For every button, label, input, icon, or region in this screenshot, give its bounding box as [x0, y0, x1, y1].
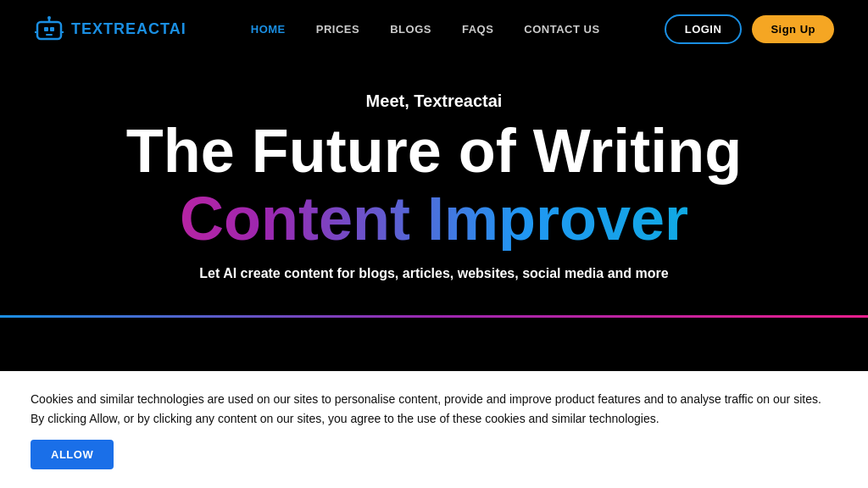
hero-divider [0, 315, 868, 318]
nav-faqs[interactable]: FAQS [462, 23, 493, 36]
svg-point-5 [47, 16, 51, 19]
nav-contact[interactable]: CONTACT US [524, 23, 599, 36]
cookie-banner: Cookies and similar technologies are use… [0, 371, 868, 488]
hero-gradient-title: Content Improver [17, 187, 851, 252]
login-button[interactable]: LOGIN [665, 14, 743, 44]
hero-subtitle: Let AI create content for blogs, article… [17, 266, 851, 281]
nav-actions: LOGIN Sign Up [665, 14, 834, 44]
svg-rect-0 [37, 22, 61, 39]
logo[interactable]: TEXTREACTAI [34, 14, 186, 44]
svg-rect-2 [50, 27, 54, 31]
nav-blogs[interactable]: BLOGS [390, 23, 431, 36]
hero-meet-text: Meet, Textreactai [17, 92, 851, 111]
logo-text: TEXTREACTAI [71, 20, 186, 38]
signup-button[interactable]: Sign Up [752, 15, 834, 43]
nav-home[interactable]: HOME [251, 23, 286, 36]
hero-title: The Future of Writing [17, 119, 851, 184]
navbar: TEXTREACTAI HOME PRICES BLOGS FAQS CONTA… [0, 0, 868, 58]
hero-section: Meet, Textreactai The Future of Writing … [0, 58, 868, 315]
svg-rect-1 [44, 27, 48, 31]
nav-links: HOME PRICES BLOGS FAQS CONTACT US [251, 23, 600, 36]
svg-rect-3 [46, 34, 53, 36]
cookie-message: Cookies and similar technologies are use… [31, 390, 837, 428]
nav-prices[interactable]: PRICES [316, 23, 359, 36]
robot-icon [34, 14, 64, 44]
allow-button[interactable]: ALLOW [31, 440, 114, 469]
